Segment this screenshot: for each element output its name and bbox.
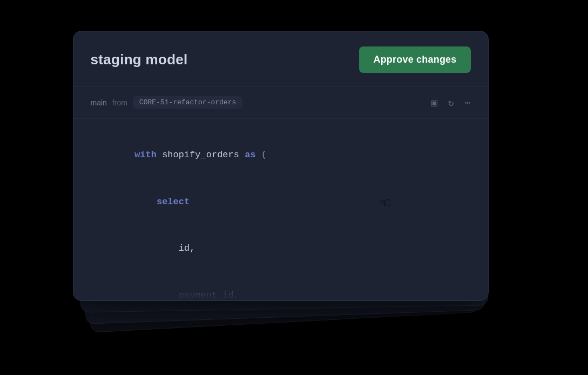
- more-options-icon[interactable]: ⋯: [465, 97, 471, 109]
- branch-info: main from CORE-51-refactor-orders: [91, 96, 243, 109]
- main-card: staging model Approve changes main from …: [73, 31, 489, 301]
- toolbar-icons: ▣ ↻ ⋯: [431, 97, 471, 109]
- branch-from-label: from: [112, 98, 127, 107]
- code-line-2: select: [91, 179, 471, 226]
- history-icon[interactable]: ↻: [448, 97, 454, 109]
- comment-icon[interactable]: ▣: [431, 97, 437, 109]
- approve-changes-button[interactable]: Approve changes: [359, 46, 470, 73]
- toolbar: main from CORE-51-refactor-orders ▣ ↻ ⋯: [73, 86, 488, 119]
- page-title: staging model: [91, 51, 188, 68]
- branch-name-badge: CORE-51-refactor-orders: [133, 96, 242, 109]
- branch-base-label: main: [91, 98, 107, 107]
- code-line-1: with shopify_orders as (: [91, 132, 471, 179]
- card-header: staging model Approve changes: [73, 31, 488, 86]
- main-scene: staging model Approve changes main from …: [73, 31, 516, 344]
- code-fade-overlay: [73, 257, 488, 300]
